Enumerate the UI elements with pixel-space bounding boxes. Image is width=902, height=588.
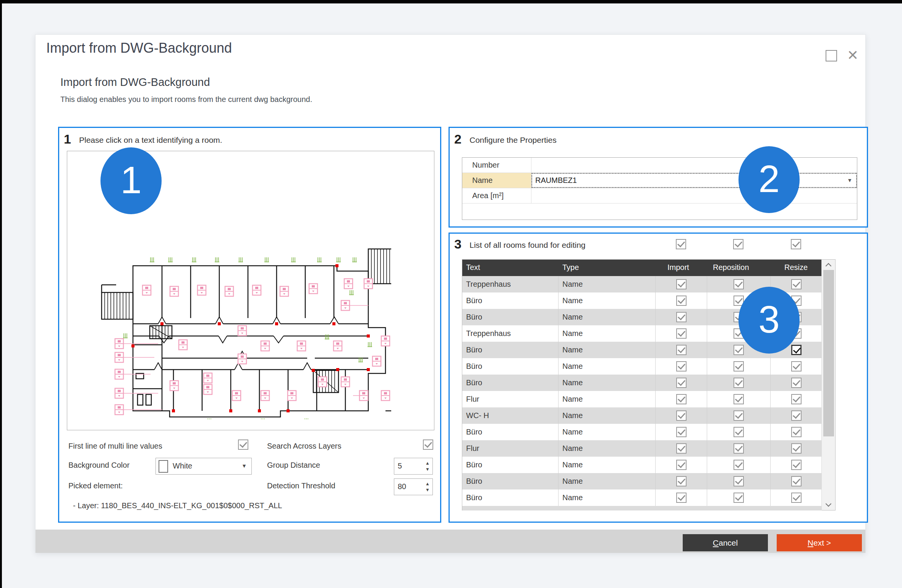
scroll-down-icon[interactable] bbox=[826, 501, 832, 507]
import-checkbox[interactable] bbox=[676, 493, 687, 503]
close-icon[interactable]: ✕ bbox=[847, 47, 858, 64]
table-row[interactable]: Flur Name bbox=[462, 440, 822, 457]
spinner-up-icon[interactable]: ▲ bbox=[425, 461, 430, 465]
resize-checkbox[interactable] bbox=[791, 410, 802, 421]
room-type-cell: Name bbox=[559, 473, 656, 489]
scrollbar-thumb[interactable] bbox=[823, 270, 834, 436]
reposition-checkbox[interactable] bbox=[734, 361, 744, 372]
room-text-cell: Büro bbox=[462, 489, 559, 506]
import-checkbox[interactable] bbox=[676, 476, 687, 486]
color-swatch-white bbox=[159, 460, 168, 473]
group-distance-value: 5 bbox=[398, 462, 402, 470]
import-checkbox[interactable] bbox=[676, 279, 687, 289]
import-checkbox[interactable] bbox=[676, 312, 687, 322]
step3-number: 3 bbox=[454, 237, 462, 252]
next-button[interactable]: Next > bbox=[777, 534, 862, 551]
table-row[interactable]: Büro Name bbox=[462, 358, 822, 375]
window-title: Import from DWG-Background bbox=[46, 40, 232, 56]
room-text-cell: Treppenhaus bbox=[462, 276, 559, 292]
room-type-cell: Name bbox=[559, 440, 656, 457]
table-row[interactable]: Büro Name bbox=[462, 457, 822, 473]
page-subtitle: This dialog enables you to import rooms … bbox=[60, 95, 312, 104]
resize-checkbox[interactable] bbox=[791, 345, 802, 355]
resize-checkbox[interactable] bbox=[791, 460, 802, 470]
first-line-checkbox[interactable] bbox=[238, 439, 248, 450]
room-text-cell: Büro bbox=[462, 309, 559, 325]
chevron-down-icon[interactable]: ▼ bbox=[847, 177, 852, 183]
import-checkbox[interactable] bbox=[676, 378, 687, 388]
import-checkbox[interactable] bbox=[676, 345, 687, 355]
reposition-checkbox[interactable] bbox=[734, 410, 744, 421]
resize-checkbox[interactable] bbox=[791, 378, 802, 388]
reposition-checkbox[interactable] bbox=[734, 427, 744, 437]
area-field[interactable] bbox=[531, 188, 857, 203]
name-field-value: RAUMBEZ1 bbox=[535, 176, 577, 184]
room-type-cell: Name bbox=[559, 407, 656, 424]
resize-checkbox[interactable] bbox=[791, 361, 802, 372]
detection-threshold-value: 80 bbox=[398, 482, 406, 491]
column-header-resize[interactable]: Resize bbox=[784, 263, 808, 272]
spinner-down-icon[interactable]: ▼ bbox=[425, 467, 430, 472]
resize-checkbox[interactable] bbox=[791, 493, 802, 503]
table-row[interactable]: Büro Name bbox=[462, 424, 822, 440]
select-all-import-checkbox[interactable] bbox=[676, 239, 686, 249]
search-across-checkbox[interactable] bbox=[423, 439, 433, 450]
import-checkbox[interactable] bbox=[676, 361, 687, 372]
table-scrollbar[interactable] bbox=[821, 260, 835, 510]
column-header-type[interactable]: Type bbox=[562, 263, 579, 272]
chevron-down-icon[interactable]: ▼ bbox=[241, 463, 247, 469]
table-row[interactable]: Büro Name bbox=[462, 473, 822, 489]
table-row[interactable]: WC- H Name bbox=[462, 407, 822, 424]
step1-badge: 1 bbox=[100, 147, 162, 214]
column-header-import[interactable]: Import bbox=[667, 263, 689, 272]
resize-checkbox[interactable] bbox=[791, 279, 802, 289]
resize-checkbox[interactable] bbox=[791, 476, 802, 486]
reposition-checkbox[interactable] bbox=[734, 279, 744, 289]
group-distance-label: Group Distance bbox=[267, 461, 320, 470]
room-text-cell: Flur bbox=[462, 391, 559, 407]
import-checkbox[interactable] bbox=[676, 394, 687, 404]
name-field[interactable]: RAUMBEZ1 ▼ bbox=[531, 173, 857, 188]
import-checkbox[interactable] bbox=[676, 296, 687, 306]
reposition-checkbox[interactable] bbox=[734, 443, 744, 454]
reposition-checkbox[interactable] bbox=[734, 394, 744, 404]
step3-badge: 3 bbox=[738, 287, 800, 354]
select-all-resize-checkbox[interactable] bbox=[791, 239, 801, 249]
column-header-reposition[interactable]: Reposition bbox=[713, 263, 749, 272]
scroll-up-icon[interactable] bbox=[826, 263, 832, 269]
room-text-cell: Büro bbox=[462, 375, 559, 391]
cancel-button[interactable]: Cancel bbox=[683, 534, 768, 551]
group-distance-stepper[interactable]: 5 ▲ ▼ bbox=[394, 458, 433, 475]
import-checkbox[interactable] bbox=[676, 460, 687, 470]
step1-label: Please click on a text identifying a roo… bbox=[79, 136, 222, 145]
property-label: Name bbox=[462, 173, 531, 188]
column-header-text[interactable]: Text bbox=[466, 263, 480, 272]
resize-checkbox[interactable] bbox=[791, 443, 802, 454]
import-checkbox[interactable] bbox=[676, 427, 687, 437]
import-checkbox[interactable] bbox=[676, 443, 687, 454]
select-all-reposition-checkbox[interactable] bbox=[733, 239, 743, 249]
import-checkbox[interactable] bbox=[676, 410, 687, 421]
room-type-cell: Name bbox=[559, 292, 656, 309]
reposition-checkbox[interactable] bbox=[734, 378, 744, 388]
room-text-cell: Büro bbox=[462, 292, 559, 309]
room-text-cell: Treppenhaus bbox=[462, 325, 559, 342]
reposition-checkbox[interactable] bbox=[734, 460, 744, 470]
table-row[interactable]: Flur Name bbox=[462, 391, 822, 407]
resize-checkbox[interactable] bbox=[791, 394, 802, 404]
number-field[interactable] bbox=[531, 158, 857, 173]
detection-threshold-stepper[interactable]: 80 ▲ ▼ bbox=[394, 478, 433, 495]
property-label: Area [m²] bbox=[462, 188, 531, 203]
table-row[interactable]: Büro Name bbox=[462, 375, 822, 391]
import-dwg-dialog: Import from DWG-Background ✕ Import from… bbox=[35, 34, 866, 553]
reposition-checkbox[interactable] bbox=[734, 345, 744, 355]
import-checkbox[interactable] bbox=[676, 328, 687, 339]
reposition-checkbox[interactable] bbox=[734, 493, 744, 503]
maximize-icon[interactable] bbox=[826, 50, 837, 61]
table-row[interactable]: Büro Name bbox=[462, 489, 822, 506]
reposition-checkbox[interactable] bbox=[734, 476, 744, 486]
resize-checkbox[interactable] bbox=[791, 427, 802, 437]
background-color-dropdown[interactable]: White ▼ bbox=[155, 458, 252, 475]
spinner-up-icon[interactable]: ▲ bbox=[425, 481, 430, 486]
spinner-down-icon[interactable]: ▼ bbox=[425, 488, 430, 492]
